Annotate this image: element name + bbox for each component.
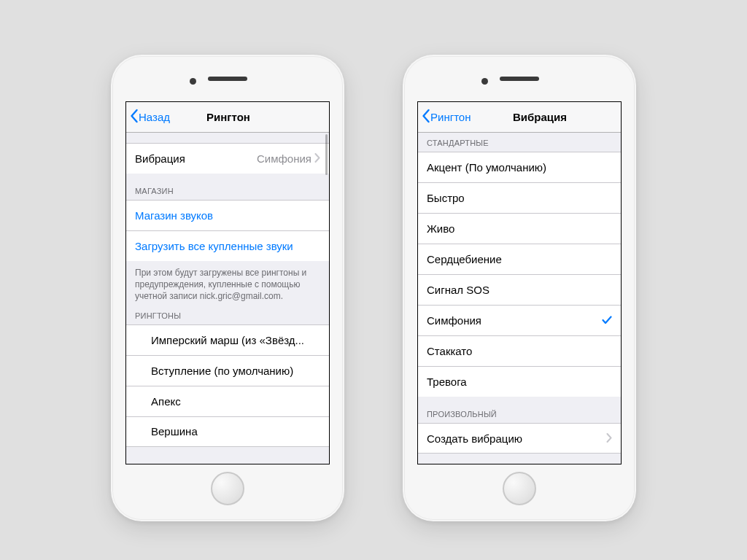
sound-store-link[interactable]: Магазин звуков (126, 200, 329, 230)
ringtone-item[interactable]: Вершина (126, 416, 329, 447)
camera-dot (481, 78, 488, 85)
ringtone-item[interactable]: Вступление (по умолчанию) (126, 355, 329, 386)
chevron-right-icon (314, 152, 320, 165)
ringtone-label: Вершина (151, 425, 320, 438)
option-label: Стаккато (427, 345, 612, 357)
scrollbar[interactable] (325, 134, 328, 175)
back-label: Рингтон (430, 111, 471, 123)
create-vibration-label: Создать вибрацию (427, 432, 606, 445)
screen-vibration: Рингтон Вибрация СТАНДАРТНЫЕ Акцент (По … (417, 101, 622, 464)
back-button[interactable]: Назад (126, 109, 170, 125)
option-label: Сигнал SOS (427, 284, 612, 296)
ringtone-item[interactable]: Имперский марш (из «Звёзд... (126, 324, 329, 355)
page-title: Рингтон (206, 111, 250, 123)
download-all-link[interactable]: Загрузить все купленные звуки (126, 230, 329, 261)
standard-header: СТАНДАРТНЫЕ (418, 133, 621, 152)
chevron-right-icon (606, 432, 612, 445)
vibration-option[interactable]: Стаккато (418, 335, 621, 366)
vibration-row[interactable]: Вибрация Симфония (126, 143, 329, 174)
vibration-option-selected[interactable]: Симфония (418, 305, 621, 335)
vibration-option[interactable]: Тревога (418, 366, 621, 397)
sound-store-label: Магазин звуков (135, 209, 320, 222)
speaker-slot (208, 77, 247, 81)
vibration-label: Вибрация (135, 152, 257, 165)
ringtone-label: Вступление (по умолчанию) (151, 365, 320, 377)
page-title: Вибрация (513, 111, 567, 123)
check-icon (602, 314, 612, 327)
vibration-option[interactable]: Быстро (418, 182, 621, 213)
store-note: При этом будут загружены все рингтоны и … (126, 261, 329, 306)
content: Вибрация Симфония МАГАЗИН Магазин звуков… (126, 133, 329, 464)
custom-header: ПРОИЗВОЛЬНЫЙ (418, 397, 621, 423)
option-label: Акцент (По умолчанию) (427, 161, 612, 174)
option-label: Живо (427, 222, 612, 235)
navbar: Назад Рингтон (126, 102, 329, 133)
ringtone-label: Апекс (151, 395, 320, 408)
screen-ringtone: Назад Рингтон Вибрация Симфония МАГАЗИН … (125, 101, 330, 464)
ringtone-label: Имперский марш (из «Звёзд... (151, 334, 320, 346)
content: СТАНДАРТНЫЕ Акцент (По умолчанию) Быстро… (418, 133, 621, 464)
phone-left: Назад Рингтон Вибрация Симфония МАГАЗИН … (111, 55, 344, 521)
vibration-option[interactable]: Сигнал SOS (418, 274, 621, 305)
home-button[interactable] (211, 472, 244, 505)
option-label: Симфония (427, 314, 602, 327)
store-header: МАГАЗИН (126, 174, 329, 200)
option-label: Тревога (427, 376, 612, 388)
speaker-slot (500, 77, 539, 81)
ringtones-header: РИНГТОНЫ (126, 306, 329, 324)
camera-dot (190, 78, 196, 85)
vibration-option[interactable]: Акцент (По умолчанию) (418, 152, 621, 182)
option-label: Сердцебиение (427, 253, 612, 265)
chevron-left-icon (129, 109, 139, 125)
back-button[interactable]: Рингтон (418, 109, 471, 125)
chevron-left-icon (421, 109, 430, 125)
vibration-value: Симфония (257, 152, 311, 165)
ringtone-item[interactable]: Апекс (126, 386, 329, 416)
home-button[interactable] (503, 472, 536, 505)
option-label: Быстро (427, 192, 612, 204)
download-all-label: Загрузить все купленные звуки (135, 240, 320, 252)
back-label: Назад (139, 111, 170, 123)
vibration-option[interactable]: Сердцебиение (418, 244, 621, 274)
phone-right: Рингтон Вибрация СТАНДАРТНЫЕ Акцент (По … (403, 55, 636, 521)
vibration-option[interactable]: Живо (418, 213, 621, 244)
navbar: Рингтон Вибрация (418, 102, 621, 133)
create-vibration-row[interactable]: Создать вибрацию (418, 423, 621, 454)
